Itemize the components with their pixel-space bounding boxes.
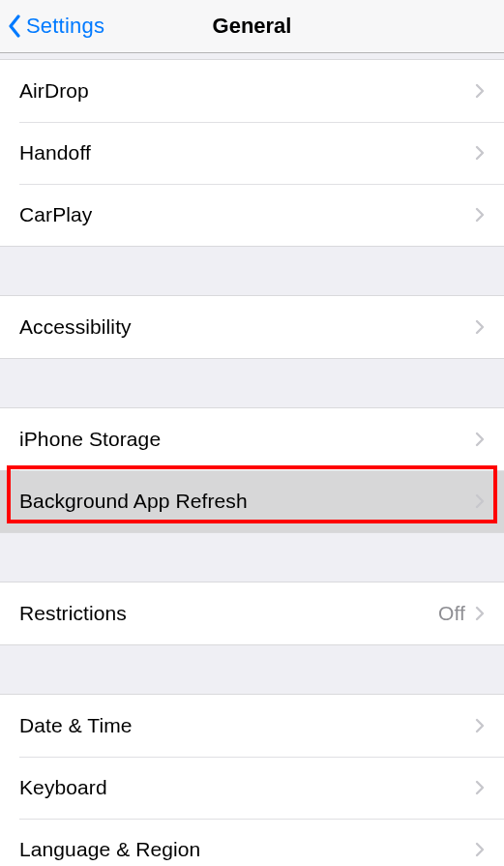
settings-group: iPhone StorageBackground App Refresh [0,407,504,533]
row-label: Accessibility [19,315,475,339]
group-gap [0,359,504,407]
chevron-right-icon [475,606,485,621]
back-button[interactable]: Settings [8,14,104,39]
chevron-right-icon [475,780,485,795]
chevron-right-icon [475,145,485,161]
row-value: Off [438,602,465,625]
settings-group: RestrictionsOff [0,582,504,645]
row-restrictions[interactable]: RestrictionsOff [0,582,504,644]
settings-list: AirDropHandoffCarPlayAccessibilityiPhone… [0,53,504,866]
row-airdrop[interactable]: AirDrop [0,60,504,122]
row-label: Background App Refresh [19,490,475,513]
row-date-time[interactable]: Date & Time [0,695,504,757]
chevron-left-icon [8,15,21,38]
chevron-right-icon [475,207,485,223]
row-label: iPhone Storage [19,428,475,451]
row-iphone-storage[interactable]: iPhone Storage [0,408,504,470]
row-accessibility[interactable]: Accessibility [0,296,504,358]
chevron-right-icon [475,432,485,447]
chevron-right-icon [475,83,485,99]
row-carplay[interactable]: CarPlay [0,184,504,246]
chevron-right-icon [475,319,485,335]
page-title: General [213,14,292,39]
row-background-app-refresh[interactable]: Background App Refresh [0,470,504,532]
row-label: CarPlay [19,203,475,226]
chevron-right-icon [475,718,485,733]
back-label: Settings [26,14,104,39]
chevron-right-icon [475,842,485,857]
row-label: AirDrop [19,79,475,103]
chevron-right-icon [475,493,485,509]
row-label: Date & Time [19,714,475,737]
row-label: Handoff [19,141,475,164]
row-handoff[interactable]: Handoff [0,122,504,184]
group-gap [0,247,504,295]
row-label: Keyboard [19,776,475,799]
row-label: Language & Region [19,838,475,861]
settings-group: Date & TimeKeyboardLanguage & Region [0,694,504,866]
group-gap [0,645,504,694]
settings-group: AirDropHandoffCarPlay [0,59,504,247]
row-language-region[interactable]: Language & Region [0,819,504,866]
group-gap [0,533,504,582]
row-keyboard[interactable]: Keyboard [0,757,504,819]
row-label: Restrictions [19,602,438,625]
settings-group: Accessibility [0,295,504,359]
nav-bar: Settings General [0,0,504,53]
